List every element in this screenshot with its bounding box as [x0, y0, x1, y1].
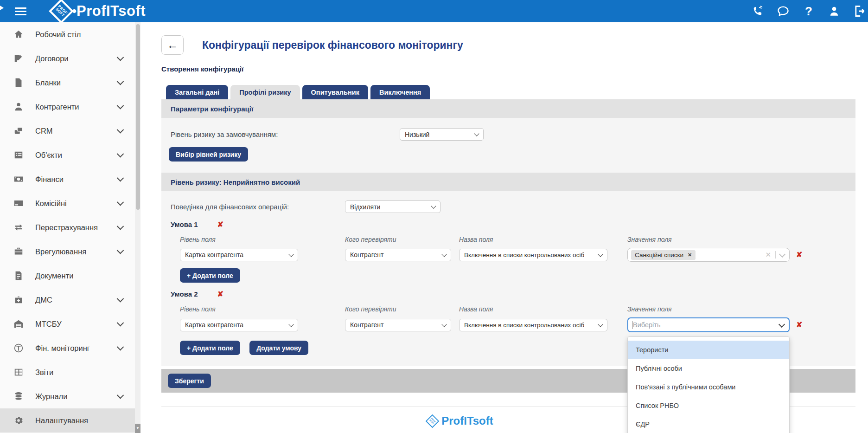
sidebar-scrollbar[interactable]: ▼	[135, 22, 140, 433]
chevron-down-icon	[288, 252, 294, 257]
sidebar-item-blanks[interactable]: Бланки	[0, 71, 140, 95]
condition-1-who-select[interactable]: Контрагент	[345, 249, 451, 261]
field-who-label: Кого перевіряти	[345, 236, 451, 243]
clear-values-icon[interactable]: ✕	[765, 251, 771, 259]
back-button[interactable]: ←	[161, 35, 184, 55]
menu-icon[interactable]	[15, 6, 26, 17]
field-level-label: Рівень поля	[180, 305, 298, 313]
mtsbu-icon	[13, 319, 24, 329]
sidebar-item-label: Бланки	[35, 78, 61, 87]
save-button[interactable]: Зберегти	[168, 374, 211, 388]
tab-exclusions[interactable]: Виключення	[370, 85, 430, 99]
default-risk-select[interactable]: Низький	[400, 128, 484, 141]
dms-icon	[13, 295, 24, 305]
dropdown-option[interactable]: Терористи	[628, 341, 789, 359]
chevron-down-icon[interactable]	[779, 251, 785, 257]
sidebar-item-label: МТСБУ	[35, 320, 62, 329]
edge-arrow-icon	[0, 4, 4, 12]
condition-2-level-select[interactable]: Картка контрагента	[180, 319, 298, 331]
sidebar-item-label: Фін. моніторинг	[35, 344, 90, 353]
delete-field-1-icon[interactable]: ✘	[796, 251, 802, 259]
field-level-label: Рівень поля	[180, 236, 298, 243]
value-chip: Санкційні списки ✕	[631, 250, 696, 260]
sidebar-item-dms[interactable]: ДМС	[0, 288, 140, 312]
phone-icon[interactable]	[751, 5, 764, 18]
chevron-down-icon	[117, 150, 124, 157]
reports-icon	[13, 367, 24, 377]
dropdown-option[interactable]: Пов'язані з публічними особами	[628, 378, 789, 396]
chevron-down-icon	[474, 131, 479, 136]
sidebar-scrollbar-thumb[interactable]	[136, 24, 140, 210]
sidebar-item-label: ДМС	[35, 296, 52, 304]
sidebar-item-commission[interactable]: Комісійні	[0, 191, 140, 215]
condition-1-value-multiselect[interactable]: Санкційні списки ✕ ✕	[627, 248, 790, 262]
app-logo[interactable]: PROFSOFT ProfITsoft	[52, 2, 146, 20]
choose-risk-levels-button[interactable]: Вибір рівней ризику	[169, 147, 248, 162]
chevron-down-icon	[117, 53, 124, 61]
condition-1-field-labels: Рівень поля Кого перевіряти Назва поля З…	[180, 236, 855, 243]
logout-icon[interactable]	[853, 5, 866, 18]
chip-remove-icon[interactable]: ✕	[688, 252, 692, 258]
sidebar-item-counterparties[interactable]: Контрагенти	[0, 95, 140, 119]
dropdown-option[interactable]: Список РНБО	[628, 396, 789, 415]
sidebar-item-journals[interactable]: Журнали	[0, 384, 140, 408]
help-icon[interactable]: ?	[802, 5, 815, 18]
chevron-down-icon	[117, 78, 124, 85]
condition-2-who-select[interactable]: Контрагент	[345, 319, 451, 331]
chevron-down-icon	[117, 222, 124, 230]
section-risk-level: Рівень ризику: Неприйнятно високий	[161, 173, 855, 191]
objects-icon	[13, 150, 24, 160]
condition-1-fields: Картка контрагента Контрагент Включення …	[180, 248, 855, 262]
chevron-down-icon	[117, 391, 124, 399]
sidebar: Робочий стіл Договори Бланки Контрагенти…	[0, 22, 140, 433]
sidebar-item-contracts[interactable]: Договори	[0, 46, 140, 71]
behavior-select[interactable]: Відхиляти	[345, 200, 440, 213]
chevron-down-icon	[441, 252, 447, 257]
sidebar-item-label: Договори	[35, 54, 69, 63]
separator	[775, 251, 776, 259]
sidebar-item-mtsbu[interactable]: МТСБУ	[0, 312, 140, 336]
sidebar-item-finance[interactable]: Фінанси	[0, 167, 140, 191]
sidebar-item-label: Фінанси	[35, 175, 64, 184]
home-icon	[13, 29, 24, 39]
sidebar-item-finmon[interactable]: Фін. моніторинг	[0, 336, 140, 360]
chevron-down-icon	[598, 252, 603, 257]
condition-1-name-select[interactable]: Включення в списки контрольованих осіб	[459, 249, 607, 261]
sidebar-item-settlement[interactable]: Врегулювання	[0, 239, 140, 264]
dropdown-option[interactable]: ЄДР	[628, 415, 789, 433]
condition-2-name-select[interactable]: Включення в списки контрольованих осіб	[459, 319, 607, 331]
chevron-down-icon[interactable]	[779, 321, 785, 327]
add-field-button-1[interactable]: + Додати поле	[180, 268, 240, 283]
sidebar-item-crm[interactable]: CRM	[0, 119, 140, 143]
dropdown-option[interactable]: Публічні особи	[628, 359, 789, 378]
delete-field-2-icon[interactable]: ✘	[796, 321, 802, 329]
chat-icon[interactable]	[777, 5, 790, 18]
delete-condition-2-icon[interactable]: ✘	[217, 291, 223, 298]
delete-condition-1-icon[interactable]: ✘	[217, 221, 223, 228]
user-icon[interactable]	[828, 5, 841, 18]
tab-risk-profiles[interactable]: Профілі ризику	[230, 85, 300, 99]
settings-icon	[13, 415, 24, 426]
sidebar-item-label: Документи	[35, 271, 73, 280]
sidebar-item-home[interactable]: Робочий стіл	[0, 22, 140, 46]
sidebar-item-reports[interactable]: Звіти	[0, 360, 140, 384]
condition-2-value-combobox[interactable]: Виберіть	[627, 317, 790, 332]
sidebar-item-settings[interactable]: Налаштування	[0, 408, 140, 433]
sidebar-item-objects[interactable]: Об'єкти	[0, 143, 140, 167]
sidebar-item-reinsurance[interactable]: Перестрахування	[0, 215, 140, 239]
tab-questionnaire[interactable]: Опитувальник	[302, 85, 368, 99]
text-cursor	[632, 321, 632, 329]
condition-2-header: Умова 2 ✘	[171, 290, 855, 298]
page-subtitle: Створення конфігурації	[161, 65, 855, 73]
tab-general-data[interactable]: Загальні дані	[166, 85, 228, 99]
field-who-label: Кого перевіряти	[345, 305, 451, 313]
sidebar-item-label: Комісійні	[35, 199, 67, 208]
brand-name: ProfITsoft	[77, 3, 146, 19]
combobox-placeholder: Виберіть	[633, 321, 660, 329]
add-field-button-2[interactable]: + Додати поле	[180, 341, 240, 355]
section-config-params: Параметри конфігурації	[161, 99, 855, 118]
sidebar-scroll-down-icon[interactable]: ▼	[135, 424, 140, 433]
sidebar-item-documents[interactable]: Документи	[0, 264, 140, 288]
add-condition-button[interactable]: Додати умову	[249, 341, 308, 355]
condition-1-level-select[interactable]: Картка контрагента	[180, 249, 298, 261]
